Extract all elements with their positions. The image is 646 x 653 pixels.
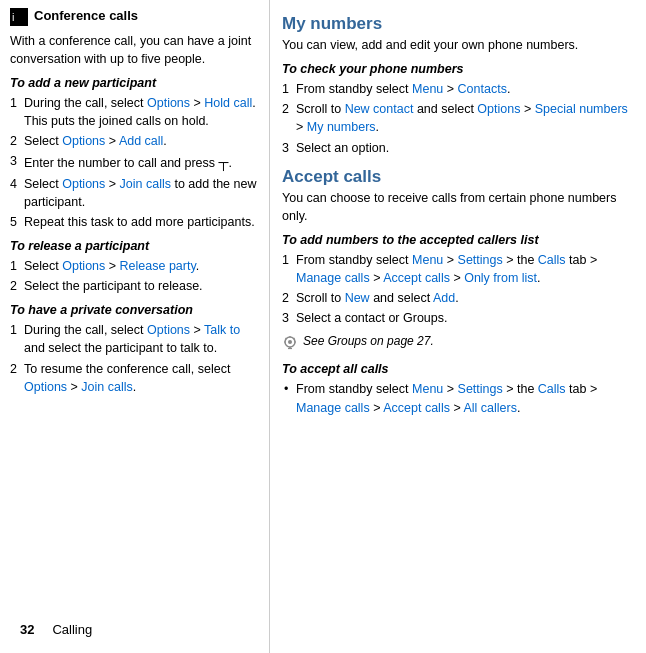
link-new-contact: New contact	[345, 102, 414, 116]
step-number: 2	[10, 277, 17, 295]
list-item: 3 Enter the number to call and press ┬.	[10, 152, 259, 172]
conference-icon: i	[10, 8, 28, 29]
step-number: 1	[282, 251, 289, 269]
add-numbers-heading: To add numbers to the accepted callers l…	[282, 233, 636, 247]
link-add-call: Add call	[119, 134, 163, 148]
sub3-heading: To have a private conversation	[10, 303, 259, 317]
link-options: Options	[24, 380, 67, 394]
link-settings: Settings	[458, 382, 503, 396]
link-contacts: Contacts	[458, 82, 507, 96]
step-number: 2	[10, 360, 17, 378]
tip-icon	[282, 335, 298, 354]
step-number: 2	[10, 132, 17, 150]
link-release-party: Release party	[120, 259, 196, 273]
step-number: 5	[10, 213, 17, 231]
sub1-list: 1 During the call, select Options > Hold…	[10, 94, 259, 231]
svg-line-9	[286, 338, 287, 339]
link-accept-calls: Accept calls	[383, 401, 450, 415]
link-hold-call: Hold call	[204, 96, 252, 110]
conference-calls-subtitle: With a conference call, you can have a j…	[10, 33, 259, 68]
list-item: 2 Select Options > Add call.	[10, 132, 259, 150]
link-menu: Menu	[412, 382, 443, 396]
step-number: 1	[10, 257, 17, 275]
list-item: 5 Repeat this task to add more participa…	[10, 213, 259, 231]
link-options: Options	[62, 177, 105, 191]
accept-calls-body: You can choose to receive calls from cer…	[282, 189, 636, 225]
page-footer: 32 Calling	[20, 622, 92, 637]
tip-row: See Groups on page 27.	[282, 333, 636, 354]
link-add: Add	[433, 291, 455, 305]
sub2-list: 1 Select Options > Release party. 2 Sele…	[10, 257, 259, 295]
sub1-heading: To add a new participant	[10, 76, 259, 90]
link-join-calls: Join calls	[81, 380, 132, 394]
link-new: New	[345, 291, 370, 305]
link-all-callers: All callers	[463, 401, 517, 415]
link-settings: Settings	[458, 253, 503, 267]
svg-line-7	[294, 338, 295, 339]
list-item: 1 During the call, select Options > Hold…	[10, 94, 259, 130]
step-number: 1	[10, 94, 17, 112]
step-number: 3	[282, 139, 289, 157]
step-number: 4	[10, 175, 17, 193]
link-manage-calls: Manage calls	[296, 271, 370, 285]
check-numbers-list: 1 From standby select Menu > Contacts. 2…	[282, 80, 636, 157]
svg-text:i: i	[12, 11, 14, 23]
list-item: 2 Scroll to New contact and select Optio…	[282, 100, 636, 136]
link-calls-tab: Calls	[538, 253, 566, 267]
list-item: 4 Select Options > Join calls to add the…	[10, 175, 259, 211]
list-item: 2 Select the participant to release.	[10, 277, 259, 295]
link-my-numbers: My numbers	[307, 120, 376, 134]
step-number: 3	[10, 152, 17, 170]
add-numbers-list: 1 From standby select Menu > Settings > …	[282, 251, 636, 328]
check-numbers-heading: To check your phone numbers	[282, 62, 636, 76]
list-item: 3 Select a contact or Groups.	[282, 309, 636, 327]
step-number: 2	[282, 100, 289, 118]
footer-label: Calling	[52, 622, 92, 637]
link-menu: Menu	[412, 82, 443, 96]
lightbulb-icon	[282, 335, 298, 351]
link-special-numbers: Special numbers	[535, 102, 628, 116]
accept-all-list: From standby select Menu > Settings > th…	[282, 380, 636, 416]
link-options: Options	[62, 259, 105, 273]
step-number: 2	[282, 289, 289, 307]
conference-calls-section: i Conference calls	[10, 8, 259, 29]
link-calls-tab: Calls	[538, 382, 566, 396]
sub2-heading: To release a participant	[10, 239, 259, 253]
conference-calls-title: Conference calls	[34, 8, 138, 23]
link-menu: Menu	[412, 253, 443, 267]
accept-all-heading: To accept all calls	[282, 362, 636, 376]
link-accept-calls: Accept calls	[383, 271, 450, 285]
link-manage-calls: Manage calls	[296, 401, 370, 415]
link-options: Options	[147, 96, 190, 110]
list-item: 1 During the call, select Options > Talk…	[10, 321, 259, 357]
link-options: Options	[147, 323, 190, 337]
step-number: 3	[282, 309, 289, 327]
list-item: From standby select Menu > Settings > th…	[282, 380, 636, 416]
svg-point-5	[288, 340, 292, 344]
list-item: 1 From standby select Menu > Contacts.	[282, 80, 636, 98]
list-item: 1 From standby select Menu > Settings > …	[282, 251, 636, 287]
list-item: 2 Scroll to New and select Add.	[282, 289, 636, 307]
link-join-calls: Join calls	[120, 177, 171, 191]
sub3-list: 1 During the call, select Options > Talk…	[10, 321, 259, 396]
list-item: 1 Select Options > Release party.	[10, 257, 259, 275]
link-talk-to: Talk to	[204, 323, 240, 337]
my-numbers-heading: My numbers	[282, 14, 636, 34]
list-item: 3 Select an option.	[282, 139, 636, 157]
link-options: Options	[477, 102, 520, 116]
tip-text: See Groups on page 27.	[303, 333, 434, 350]
my-numbers-body: You can view, add and edit your own phon…	[282, 36, 636, 54]
link-options: Options	[62, 134, 105, 148]
step-number: 1	[10, 321, 17, 339]
page-number: 32	[20, 622, 34, 637]
step-number: 1	[282, 80, 289, 98]
link-only-from-list: Only from list	[464, 271, 537, 285]
accept-calls-heading: Accept calls	[282, 167, 636, 187]
list-item: 2 To resume the conference call, select …	[10, 360, 259, 396]
